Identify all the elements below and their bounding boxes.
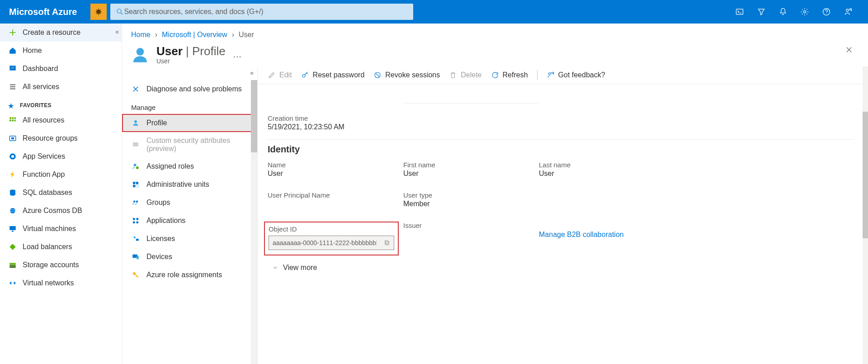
edit-button: Edit	[268, 71, 292, 79]
resource-groups-item[interactable]: Resource groups	[0, 129, 122, 147]
view-more-toggle[interactable]: View more	[268, 255, 854, 275]
global-search[interactable]	[110, 4, 413, 20]
blade-subtitle: User	[156, 57, 226, 65]
copy-object-id-button[interactable]	[380, 236, 394, 250]
got-feedback-button[interactable]: Got feedback?	[547, 71, 605, 79]
cosmos-icon	[8, 206, 17, 215]
filter-icon	[757, 7, 766, 16]
svg-rect-6	[9, 66, 16, 71]
profile-item[interactable]: Profile	[122, 114, 257, 132]
settings-button[interactable]	[794, 0, 816, 24]
revoke-sessions-button[interactable]: Revoke sessions	[373, 71, 440, 79]
devices-item[interactable]: Devices	[122, 248, 257, 266]
svg-rect-36	[137, 218, 139, 220]
revoke-icon	[373, 71, 382, 79]
search-icon	[116, 8, 124, 16]
feedback-icon	[547, 71, 555, 79]
app-services-icon	[8, 152, 17, 161]
svg-rect-9	[14, 117, 16, 119]
app-services-item[interactable]: App Services	[0, 147, 122, 165]
applications-item[interactable]: Applications	[122, 212, 257, 230]
breadcrumb: Home › Microsoft | Overview › User	[122, 24, 868, 39]
admin-units-icon	[131, 180, 140, 189]
apps-icon	[131, 216, 140, 225]
b2b-link[interactable]: Manage B2B collaboration	[539, 231, 624, 238]
inner-nav-scroll-thumb[interactable]	[251, 80, 257, 152]
load-balancers-item[interactable]: Load balancers	[0, 238, 122, 256]
svg-point-46	[548, 73, 551, 75]
topbar-actions	[729, 0, 868, 24]
notifications-button[interactable]	[772, 0, 794, 24]
function-app-item[interactable]: Function App	[0, 165, 122, 184]
creation-time-value: 5/19/2021, 10:23:50 AM	[268, 123, 854, 131]
storage-accounts-item[interactable]: Storage accounts	[0, 256, 122, 274]
groups-item[interactable]: Groups	[122, 194, 257, 212]
plus-icon	[8, 28, 17, 37]
collapse-nav-button[interactable]: «	[115, 28, 119, 35]
blade-title-strong: User	[156, 44, 183, 58]
svg-rect-21	[9, 263, 16, 265]
command-bar: Edit Reset password Revoke sessions Dele…	[258, 66, 868, 84]
key-reset-icon	[301, 71, 309, 79]
filter-button[interactable]	[750, 0, 772, 24]
groups-icon	[131, 198, 140, 207]
vm-icon	[8, 224, 17, 233]
svg-rect-12	[14, 120, 16, 122]
name-value: User	[268, 170, 403, 178]
object-id-label: Object ID	[269, 225, 394, 233]
svg-point-28	[136, 166, 139, 169]
svg-rect-14	[11, 137, 14, 140]
svg-point-3	[804, 11, 806, 13]
first-name-label: First name	[403, 161, 539, 169]
create-resource-item[interactable]: Create a resource	[0, 24, 122, 42]
svg-rect-42	[137, 256, 139, 260]
svg-rect-35	[133, 218, 135, 220]
all-resources-item[interactable]: All resources	[0, 111, 122, 129]
diagnose-item[interactable]: Diagnose and solve problems	[122, 80, 257, 98]
content-scroll[interactable]: Creation time 5/19/2021, 10:23:50 AM Ide…	[258, 84, 868, 364]
person-feedback-icon	[844, 7, 853, 16]
object-id-input[interactable]	[269, 239, 380, 246]
crumb-overview[interactable]: Microsoft | Overview	[162, 31, 227, 39]
svg-point-18	[10, 208, 15, 213]
reset-password-button[interactable]: Reset password	[301, 71, 365, 79]
dashboard-item[interactable]: Dashboard	[0, 60, 122, 78]
feedback-button[interactable]	[837, 0, 859, 24]
all-services-item[interactable]: All services	[0, 78, 122, 96]
more-actions[interactable]: …	[233, 49, 243, 60]
close-blade-button[interactable]	[843, 43, 855, 56]
home-item[interactable]: Home	[0, 42, 122, 60]
function-icon	[8, 170, 17, 179]
content-scroll-thumb[interactable]	[863, 112, 868, 238]
blade-title-rest: | Profile	[183, 44, 226, 58]
svg-rect-37	[133, 222, 135, 224]
dashboard-icon	[8, 64, 17, 73]
brand-label: Microsoft Azure	[0, 7, 90, 17]
refresh-button[interactable]: Refresh	[491, 71, 528, 79]
custom-security-item: Custom security attributes (preview)	[122, 132, 257, 157]
assigned-roles-item[interactable]: Assigned roles	[122, 157, 257, 175]
resource-group-icon	[8, 134, 17, 143]
bug-button[interactable]	[90, 4, 107, 20]
help-button[interactable]	[816, 0, 837, 24]
object-id-section: Object ID	[264, 222, 399, 255]
list-icon	[8, 82, 17, 91]
divider	[537, 70, 538, 80]
virtual-networks-item[interactable]: Virtual networks	[0, 274, 122, 292]
sql-icon	[8, 188, 17, 197]
collapse-inner-nav-button[interactable]: «	[250, 69, 254, 76]
admin-units-item[interactable]: Administrative units	[122, 175, 257, 194]
sql-db-item[interactable]: SQL databases	[0, 184, 122, 202]
cosmos-db-item[interactable]: Azure Cosmos DB	[0, 202, 122, 220]
azure-role-item[interactable]: Azure role assignments	[122, 266, 257, 284]
search-input[interactable]	[124, 8, 408, 16]
issuer-label: Issuer	[403, 222, 539, 229]
bug-icon	[94, 7, 103, 16]
vms-item[interactable]: Virtual machines	[0, 220, 122, 238]
svg-rect-7	[9, 117, 11, 119]
crumb-home[interactable]: Home	[131, 31, 151, 39]
first-name-value: User	[403, 170, 539, 178]
chevron-down-icon	[272, 265, 278, 271]
licenses-item[interactable]: Licenses	[122, 230, 257, 248]
cloud-shell-button[interactable]	[729, 0, 750, 24]
